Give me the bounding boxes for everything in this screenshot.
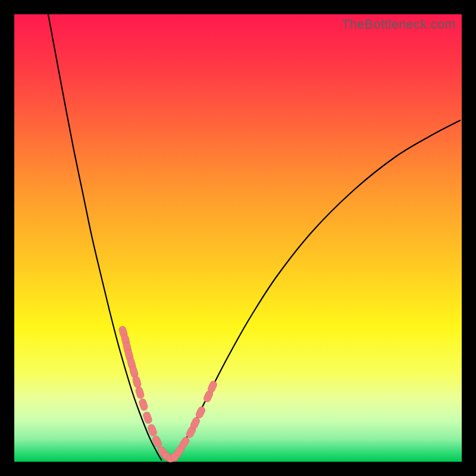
plot-area: TheBottleneck.com <box>14 14 462 462</box>
left-curve <box>48 14 162 461</box>
chart-frame: TheBottleneck.com <box>0 0 476 476</box>
bead <box>138 398 148 412</box>
bead <box>195 405 206 419</box>
bead <box>151 434 163 448</box>
bead <box>134 386 145 400</box>
chart-svg <box>14 14 462 462</box>
right-curve <box>173 120 461 461</box>
